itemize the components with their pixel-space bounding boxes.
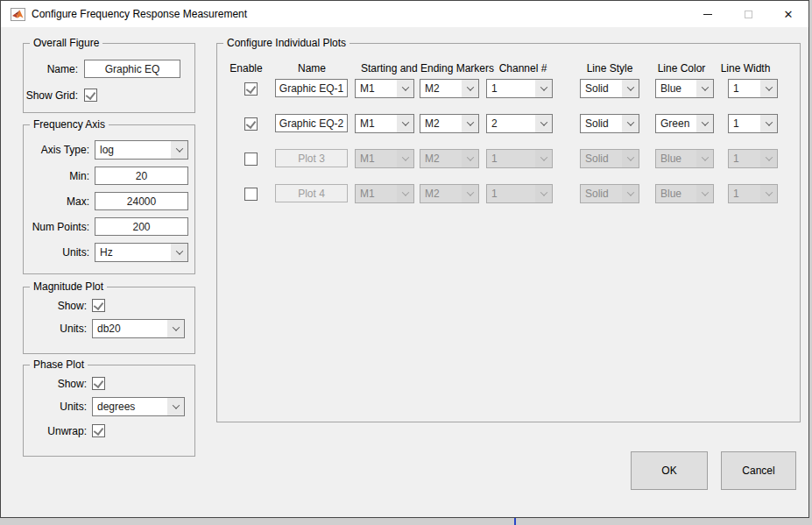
cancel-button[interactable]: Cancel [721,451,796,490]
line-color-select: Blue [655,184,714,203]
chevron-down-icon [397,185,413,202]
line-color-header: Line Color [652,62,711,74]
marker-end-select: M2 [420,184,479,203]
show-grid-checkbox[interactable] [84,89,97,102]
plot-name-input [275,149,348,167]
chevron-down-icon [760,150,777,167]
axis-type-select[interactable]: log [95,140,188,160]
configure-plots-group: Configure Individual Plots Enable Name S… [216,43,801,422]
figure-name-input[interactable] [84,60,180,78]
num-points-input[interactable] [95,217,188,236]
max-input[interactable] [95,192,188,210]
chevron-down-icon [696,150,713,167]
chevron-down-icon [462,185,478,202]
frequency-units-select[interactable]: Hz [95,243,188,262]
phase-plot-group: Phase Plot Show: Units: degrees Unwrap: [23,365,195,457]
axis-type-label: Axis Type: [24,144,89,156]
chevron-down-icon [397,80,413,97]
max-label: Max: [24,195,89,208]
marker-start-select: M1 [355,149,414,168]
marker-end-select[interactable]: M2 [420,79,479,98]
line-width-select[interactable]: 1 [728,114,778,133]
phase-show-label: Show: [24,378,87,390]
marker-end-select[interactable]: M2 [420,114,479,133]
line-style-select: Solid [580,184,639,203]
phase-show-checkbox[interactable] [92,377,105,390]
chevron-down-icon [760,185,777,202]
chevron-down-icon [622,150,639,167]
plot-enable-checkbox[interactable] [244,188,258,201]
phase-plot-title: Phase Plot [30,358,88,371]
name-header: Name [277,62,347,74]
plot-enable-checkbox[interactable] [244,153,258,166]
phase-units-select[interactable]: degrees [92,397,185,416]
plot-name-input[interactable] [275,79,348,97]
line-color-select: Blue [655,149,714,168]
line-color-select[interactable]: Green [655,114,714,133]
chevron-down-icon [535,150,552,167]
plot-row-4: M1 M2 1 Solid Blue 1 [217,184,800,205]
unwrap-label: Unwrap: [24,425,87,437]
channel-select: 1 [486,149,553,168]
chevron-down-icon [622,80,639,97]
magnitude-plot-group: Magnitude Plot Show: Units: db20 [23,287,195,354]
num-points-label: Num Points: [24,221,89,233]
desktop-sliver [0,518,812,525]
plot-row-1: M1 M2 1 Solid Blue 1 [217,79,800,100]
chevron-down-icon [622,185,639,202]
chevron-down-icon [696,80,713,97]
plot-enable-checkbox[interactable] [244,82,258,96]
plot-name-input[interactable] [275,114,348,132]
figure-name-label: Name: [24,63,78,75]
magnitude-plot-title: Magnitude Plot [30,280,107,293]
chevron-down-icon [462,80,478,97]
ok-button[interactable]: OK [631,451,708,490]
frequency-axis-title: Frequency Axis [30,118,109,131]
chevron-down-icon [397,150,413,167]
chevron-down-icon [397,115,413,132]
markers-header: Starting and Ending Markers [355,62,500,74]
marker-end-select: M2 [420,149,479,168]
line-width-select: 1 [728,149,778,168]
title-bar: Configure Frequency Response Measurement… [1,1,808,27]
enable-header: Enable [224,62,268,74]
chevron-down-icon [760,115,777,132]
chevron-down-icon [171,244,187,261]
chevron-down-icon [535,80,552,97]
close-button[interactable]: ✕ [768,1,808,27]
line-style-header: Line Style [580,62,639,74]
chevron-down-icon [622,115,639,132]
plot-row-2: M1 M2 2 Solid Green 1 [217,114,800,135]
plot-name-input [275,184,348,202]
frequency-units-label: Units: [24,246,89,259]
phase-units-label: Units: [24,401,87,413]
line-style-select[interactable]: Solid [580,79,639,98]
overall-figure-group: Overall Figure Name: Show Grid: [23,43,195,113]
minimize-button[interactable] [688,1,728,27]
channel-select[interactable]: 1 [486,79,553,98]
line-style-select[interactable]: Solid [580,114,639,133]
chevron-down-icon [696,185,713,202]
min-input[interactable] [95,167,188,185]
plot-enable-checkbox[interactable] [244,117,258,131]
marker-start-select[interactable]: M1 [355,114,414,133]
channel-header: Channel # [488,62,558,74]
window-title: Configure Frequency Response Measurement [32,8,247,20]
unwrap-checkbox[interactable] [92,424,105,437]
magnitude-show-checkbox[interactable] [92,299,105,312]
overall-figure-title: Overall Figure [30,37,102,49]
chevron-down-icon [535,115,552,132]
channel-select: 1 [486,184,553,203]
chevron-down-icon [462,150,478,167]
line-width-select: 1 [728,184,778,203]
matlab-logo-icon [11,8,25,21]
chevron-down-icon [760,80,777,97]
magnitude-units-select[interactable]: db20 [92,319,185,338]
channel-select[interactable]: 2 [486,114,553,133]
marker-start-select[interactable]: M1 [355,79,414,98]
line-color-select[interactable]: Blue [655,79,714,98]
marker-start-select: M1 [355,184,414,203]
line-width-select[interactable]: 1 [728,79,778,98]
chevron-down-icon [167,398,184,415]
magnitude-show-label: Show: [24,300,87,312]
